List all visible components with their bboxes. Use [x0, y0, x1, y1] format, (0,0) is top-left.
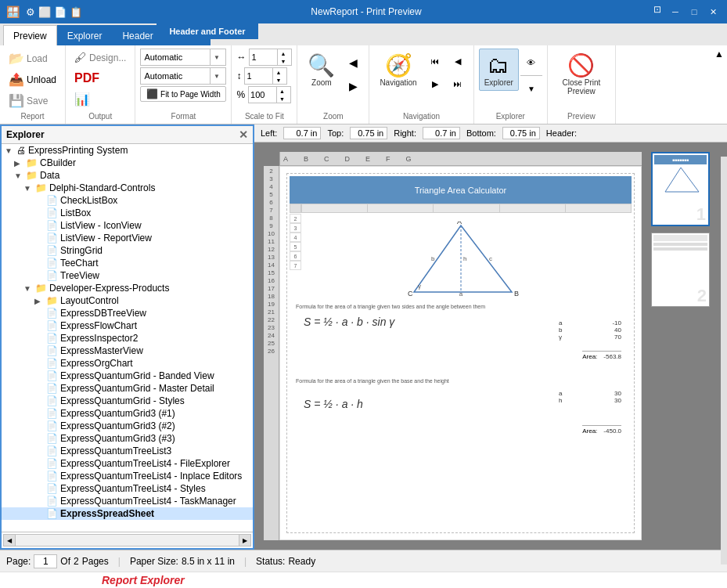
thumbnail-2[interactable]: 2	[651, 233, 710, 307]
toolbar-icon-1[interactable]: ⚙	[26, 6, 35, 18]
tree-item[interactable]: 📄 ExpressQuantumGrid3 (#3)	[2, 432, 253, 445]
scale-pct-down[interactable]: ▼	[277, 95, 287, 103]
right-margin-input[interactable]	[423, 127, 460, 139]
tree-item[interactable]: ▼ 🖨 ExpressPrinting System	[2, 144, 253, 157]
scale-height-down[interactable]: ▼	[273, 76, 283, 84]
format-combo-2[interactable]: ▼	[140, 67, 226, 85]
scale-pct-combo[interactable]: ▲ ▼	[248, 86, 291, 103]
tree-item[interactable]: 📄 ExpressQuantumTreeList3	[2, 445, 253, 457]
tree-item[interactable]: ▶ 📄 CheckListBox	[2, 194, 253, 207]
tree-scroll[interactable]: ▼ 🖨 ExpressPrinting System ▶ 📁 CBuilder …	[2, 144, 253, 532]
scale-height-combo[interactable]: ▲ ▼	[244, 67, 287, 85]
scale-width-input[interactable]	[250, 52, 277, 62]
tree-item[interactable]: 📄 ExpressInspector2	[2, 332, 253, 345]
explorer-extra-btn[interactable]: 👁	[520, 52, 542, 74]
nav-next-btn[interactable]: ▶	[424, 73, 446, 95]
tree-item[interactable]: 📄 ExpressQuantumGrid3 (#2)	[2, 420, 253, 432]
bottom-margin-input[interactable]	[502, 127, 540, 139]
tree-item[interactable]: ▶ 📄 TreeView	[2, 269, 253, 282]
tree-item[interactable]: 📄 ExpressQuantumTreeList4 - FileExplorer	[2, 457, 253, 470]
tree-item[interactable]: ▶ 📁 LayoutControl	[2, 294, 253, 307]
navigation-button[interactable]: 🧭 Navigation	[374, 49, 422, 91]
tree-item[interactable]: 📄 ExpressQuantumTreeList4 - Inplace Edit…	[2, 470, 253, 482]
tree-item[interactable]: 📄 ExpressMasterView	[2, 345, 253, 357]
nav-prev-btn[interactable]: ◀	[447, 50, 469, 72]
tree-toggle[interactable]: ▶	[14, 159, 23, 168]
tree-item[interactable]: ▼ 📁 Developer-Express-Products	[2, 282, 253, 294]
nav-first-btn[interactable]: ⏮	[424, 50, 446, 72]
thumbnail-scrollbar[interactable]	[721, 157, 727, 550]
zoom-button[interactable]: 🔍 Zoom	[302, 49, 340, 91]
tree-item[interactable]: ▶ 📄 ExpressDBTreeView	[2, 307, 253, 319]
tree-item[interactable]: ▶ 📄 ListBox	[2, 207, 253, 219]
format-combo-1-arrow[interactable]: ▼	[210, 49, 222, 65]
top-margin-input[interactable]	[350, 127, 387, 139]
scale-pct-input[interactable]	[249, 90, 276, 99]
tree-item[interactable]: ▶ 📄 ListView - ReportView	[2, 232, 253, 244]
format-combo-2-input[interactable]	[141, 71, 210, 81]
tree-scroll-right[interactable]: ▶	[239, 534, 251, 547]
scale-width-up[interactable]: ▲	[278, 49, 288, 57]
format-combo-1[interactable]: ▼	[140, 49, 226, 66]
tree-hscroll[interactable]	[16, 534, 239, 547]
unload-button[interactable]: 📤 Unload	[5, 70, 60, 89]
tree-item[interactable]: 📄 ExpressQuantumGrid - Master Detail	[2, 382, 253, 395]
explorer-button[interactable]: 🗂 Explorer	[479, 49, 519, 91]
explorer-arrow-down[interactable]: ▼	[520, 78, 542, 99]
toolbar-icon-4[interactable]: 📋	[70, 6, 82, 18]
tree-item[interactable]: ▼ 📁 Delphi-Standard-Controls	[2, 182, 253, 194]
scale-height-up[interactable]: ▲	[273, 68, 283, 76]
tree-item[interactable]: ▶ 📄 ListView - IconView	[2, 219, 253, 232]
left-margin-input[interactable]	[283, 127, 321, 139]
tree-toggle[interactable]: ▼	[5, 146, 14, 155]
tree-item[interactable]: 📄 ExpressQuantumGrid - Banded View	[2, 370, 253, 382]
tree-item[interactable]: 📄 ExpressFlowChart	[2, 319, 253, 332]
tree-item[interactable]: 📄 ExpressQuantumGrid - Styles	[2, 395, 253, 407]
export-button[interactable]: 📊	[70, 89, 130, 109]
zoom-next-btn[interactable]: ▶	[342, 75, 364, 97]
tree-item[interactable]: ▶ 📄 StringGrid	[2, 244, 253, 257]
tree-toggle[interactable]: ▼	[14, 171, 23, 180]
minimize-button[interactable]: ─	[668, 4, 683, 20]
close-button[interactable]: ✕	[705, 4, 721, 20]
titlebar-icon-resize[interactable]: ⊡	[650, 4, 664, 20]
tree-item[interactable]: 📄 ExpressQuantumTreeList4 - Styles	[2, 482, 253, 495]
tree-item[interactable]: ▶ 📄 TeeChart	[2, 257, 253, 269]
tree-toggle[interactable]: ▼	[23, 184, 33, 193]
toolbar-icon-2[interactable]: ⬜	[38, 6, 51, 18]
ribbon-collapse-btn[interactable]: ▲	[711, 45, 727, 63]
tab-preview[interactable]: Preview	[3, 25, 57, 45]
page-number-input[interactable]	[34, 554, 57, 568]
scale-height-arrows[interactable]: ▲ ▼	[272, 68, 283, 84]
load-button[interactable]: 📂 Load	[5, 49, 60, 68]
pdf-button[interactable]: PDF	[70, 69, 130, 88]
tree-item[interactable]: ▼ 📁 Data	[2, 169, 253, 182]
toolbar-icon-3[interactable]: 📄	[54, 6, 67, 18]
thumbnail-1[interactable]: ■■■■■■■ 1	[651, 152, 710, 226]
tree-item-selected[interactable]: 📄 ExpressSpreadSheet	[2, 507, 253, 520]
scale-width-down[interactable]: ▼	[278, 57, 288, 65]
maximize-button[interactable]: □	[686, 4, 702, 20]
format-combo-1-input[interactable]	[141, 52, 210, 62]
close-preview-button[interactable]: 🚫 Close Print Preview	[552, 49, 610, 99]
tree-scroll-left[interactable]: ◀	[3, 534, 16, 547]
explorer-close-btn[interactable]: ✕	[239, 128, 248, 141]
tree-item[interactable]: 📄 ExpressQuantumGrid3 (#1)	[2, 407, 253, 420]
tree-item[interactable]: 📄 ExpressQuantumTreeList4 - TaskManager	[2, 495, 253, 507]
tree-item[interactable]: 📄 ExpressOrgChart	[2, 357, 253, 370]
tab-explorer[interactable]: Explorer	[57, 25, 113, 45]
scale-height-input[interactable]	[245, 71, 272, 81]
tree-toggle[interactable]: ▼	[23, 284, 33, 293]
scale-width-arrows[interactable]: ▲ ▼	[277, 49, 288, 65]
fit-to-page-width-button[interactable]: ⬛ Fit to Page Width	[140, 86, 226, 102]
tree-item[interactable]: ▶ 📁 CBuilder	[2, 157, 253, 169]
zoom-prev-btn[interactable]: ◀	[342, 52, 364, 74]
scale-pct-arrows[interactable]: ▲ ▼	[276, 87, 287, 103]
nav-last-btn[interactable]: ⏭	[447, 73, 469, 95]
scale-width-combo[interactable]: ▲ ▼	[249, 49, 292, 66]
save-button[interactable]: 💾 Save	[5, 91, 60, 110]
format-combo-2-arrow[interactable]: ▼	[210, 68, 222, 84]
tab-header[interactable]: Header	[112, 25, 163, 45]
design-button[interactable]: 🖋 Design...	[70, 49, 130, 67]
tree-toggle[interactable]: ▶	[34, 297, 44, 305]
